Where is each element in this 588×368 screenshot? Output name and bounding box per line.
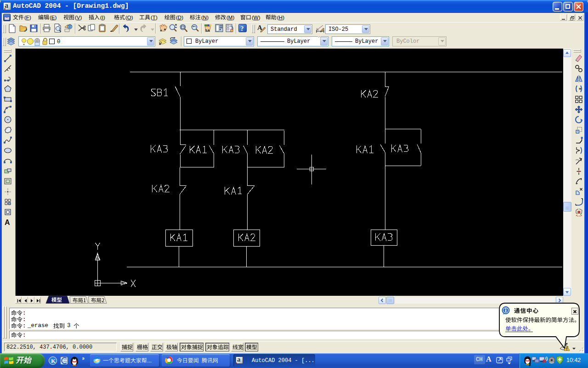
svg-text:SA: SA xyxy=(205,29,210,33)
svg-text:?: ? xyxy=(241,25,244,32)
svg-text:A: A xyxy=(5,218,10,226)
svg-text:K: K xyxy=(51,357,56,364)
